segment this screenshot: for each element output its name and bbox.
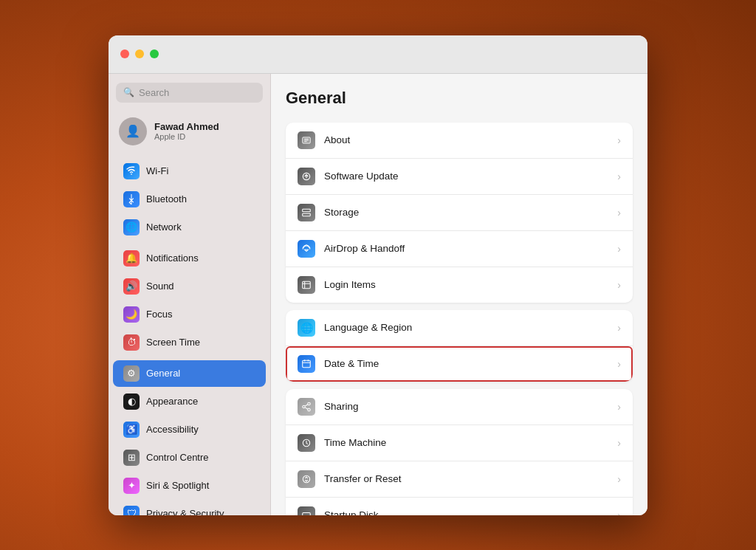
sidebar-item-privacy[interactable]: 🛡 Privacy & Security <box>113 501 266 515</box>
time-machine-chevron: › <box>617 437 621 449</box>
login-items-chevron: › <box>617 279 621 291</box>
transfer-reset-label: Transfer or Reset <box>324 473 617 484</box>
svg-line-19 <box>305 407 308 408</box>
sidebar-item-bluetooth[interactable]: Bluetooth <box>113 186 266 213</box>
sidebar-item-notifications[interactable]: 🔔 Notifications <box>113 245 266 272</box>
user-section[interactable]: 👤 Fawad Ahmed Apple ID <box>109 111 270 154</box>
search-placeholder: Search <box>139 87 169 98</box>
sidebar-item-label-general: General <box>146 368 180 379</box>
about-label: About <box>324 134 617 145</box>
sidebar-item-label-screentime: Screen Time <box>146 337 200 348</box>
sidebar-item-label-focus: Focus <box>146 309 172 320</box>
settings-row-airdrop[interactable]: AirDrop & Handoff › <box>286 231 633 267</box>
notifications-icon: 🔔 <box>123 250 140 267</box>
language-region-label: Language & Region <box>324 322 617 333</box>
language-region-chevron: › <box>617 322 621 334</box>
settings-row-time-machine[interactable]: Time Machine › <box>286 425 633 461</box>
login-items-icon <box>298 276 315 294</box>
general-icon: ⚙ <box>123 365 140 382</box>
network-icon: 🌐 <box>123 219 140 236</box>
close-button[interactable] <box>120 49 129 58</box>
transfer-reset-chevron: › <box>617 473 621 485</box>
sidebar-item-label-siri: Siri & Spotlight <box>146 480 209 491</box>
screentime-icon: ⏱ <box>123 334 140 351</box>
sharing-label: Sharing <box>324 401 617 412</box>
storage-label: Storage <box>324 207 617 218</box>
software-update-icon <box>298 168 315 185</box>
settings-row-sharing[interactable]: Sharing › <box>286 389 633 425</box>
sidebar-item-appearance[interactable]: ◐ Appearance <box>113 388 266 415</box>
airdrop-icon <box>298 240 315 258</box>
time-machine-icon <box>298 434 315 452</box>
software-update-chevron: › <box>617 171 621 182</box>
user-subtitle: Apple ID <box>154 132 219 141</box>
avatar: 👤 <box>119 117 147 145</box>
settings-group-1: About › Software Update › Storage › <box>286 123 633 303</box>
settings-row-startup-disk[interactable]: Startup Disk › <box>286 498 633 515</box>
sidebar-item-label-sound: Sound <box>146 281 174 292</box>
maximize-button[interactable] <box>150 49 159 58</box>
startup-disk-icon <box>298 506 315 515</box>
svg-point-15 <box>308 402 311 405</box>
sidebar-item-focus[interactable]: 🌙 Focus <box>113 301 266 328</box>
svg-point-17 <box>308 408 311 411</box>
accessibility-icon: ♿ <box>123 422 140 438</box>
wifi-icon <box>123 163 140 179</box>
sidebar-item-siri[interactable]: ✦ Siri & Spotlight <box>113 472 266 499</box>
software-update-label: Software Update <box>324 171 617 182</box>
sidebar-item-label-privacy: Privacy & Security <box>146 508 224 515</box>
sidebar-item-network[interactable]: 🌐 Network <box>113 214 266 241</box>
controlcentre-icon: ⊞ <box>123 450 140 466</box>
settings-row-date-time[interactable]: Date & Time › <box>286 346 633 382</box>
login-items-label: Login Items <box>324 279 617 290</box>
bluetooth-icon <box>123 191 140 207</box>
siri-icon: ✦ <box>123 478 140 494</box>
settings-row-about[interactable]: About › <box>286 123 633 159</box>
about-chevron: › <box>617 134 621 146</box>
sharing-icon <box>298 398 315 416</box>
privacy-icon: 🛡 <box>123 506 140 515</box>
sound-icon: 🔊 <box>123 278 140 295</box>
svg-rect-11 <box>303 360 311 367</box>
svg-rect-22 <box>303 512 311 515</box>
svg-point-16 <box>303 405 306 408</box>
settings-row-transfer-reset[interactable]: Transfer or Reset › <box>286 461 633 498</box>
sidebar-item-label-wifi: Wi-Fi <box>146 165 168 176</box>
user-info: Fawad Ahmed Apple ID <box>154 121 219 141</box>
settings-row-software-update[interactable]: Software Update › <box>286 159 633 195</box>
language-region-icon: 🌐 <box>298 319 315 337</box>
about-icon <box>298 131 315 149</box>
date-time-chevron: › <box>617 358 621 370</box>
svg-rect-7 <box>303 213 311 216</box>
startup-disk-chevron: › <box>617 509 621 515</box>
search-bar[interactable]: 🔍 Search <box>116 83 263 103</box>
svg-rect-6 <box>303 209 311 212</box>
settings-row-login-items[interactable]: Login Items › <box>286 267 633 303</box>
appearance-icon: ◐ <box>123 393 140 410</box>
search-icon: 🔍 <box>123 87 134 97</box>
sidebar-item-screentime[interactable]: ⏱ Screen Time <box>113 329 266 356</box>
sidebar-item-sound[interactable]: 🔊 Sound <box>113 273 266 300</box>
svg-line-18 <box>305 404 308 405</box>
user-name: Fawad Ahmed <box>154 121 219 132</box>
sidebar-item-controlcentre[interactable]: ⊞ Control Centre <box>113 444 266 471</box>
startup-disk-label: Startup Disk <box>324 509 617 515</box>
svg-rect-8 <box>303 281 311 288</box>
sidebar-item-general[interactable]: ⚙ General <box>113 360 266 387</box>
time-machine-label: Time Machine <box>324 437 617 448</box>
sidebar-item-label-accessibility: Accessibility <box>146 424 199 435</box>
settings-row-storage[interactable]: Storage › <box>286 195 633 231</box>
settings-group-3: Sharing › Time Machine › Transfer or Res… <box>286 389 633 515</box>
sidebar-item-label-bluetooth: Bluetooth <box>146 193 187 204</box>
settings-group-2: 🌐 Language & Region › Date & Time › <box>286 310 633 382</box>
settings-row-language-region[interactable]: 🌐 Language & Region › <box>286 310 633 346</box>
sidebar-item-wifi[interactable]: Wi-Fi <box>113 158 266 185</box>
sidebar-item-accessibility[interactable]: ♿ Accessibility <box>113 416 266 443</box>
content-area: 🔍 Search 👤 Fawad Ahmed Apple ID Wi-Fi <box>109 74 647 515</box>
minimize-button[interactable] <box>135 49 144 58</box>
date-time-label: Date & Time <box>324 358 617 369</box>
sidebar-item-label-network: Network <box>146 221 182 233</box>
date-time-icon <box>298 355 315 373</box>
transfer-reset-icon <box>298 470 315 488</box>
sidebar-item-label-notifications: Notifications <box>146 252 199 264</box>
